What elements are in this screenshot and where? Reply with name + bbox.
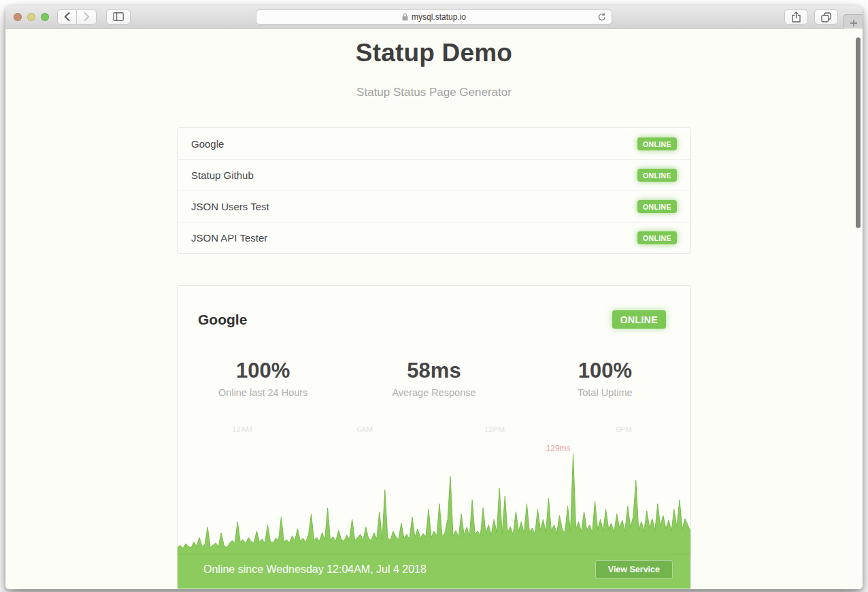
chevron-right-icon	[84, 12, 90, 21]
detail-header: Google ONLINE	[178, 286, 690, 329]
browser-window: mysql.statup.io Stat	[5, 5, 863, 589]
refresh-icon[interactable]	[597, 12, 607, 22]
minimize-window-button[interactable]	[27, 13, 35, 21]
detail-service-name: Google	[198, 312, 247, 328]
stat-online-24h: 100% Online last 24 Hours	[178, 359, 348, 398]
services-list: Google ONLINE Statup Github ONLINE JSON …	[177, 127, 691, 254]
address-bar[interactable]: mysql.statup.io	[256, 10, 612, 24]
lock-icon	[402, 13, 408, 21]
sidebar-toggle-button[interactable]	[106, 10, 131, 24]
scrollbar[interactable]	[856, 37, 861, 228]
x-tick-6am: 6AM	[356, 425, 373, 433]
stat-value: 100%	[520, 359, 690, 383]
forward-button[interactable]	[77, 10, 97, 24]
toolbar-right-buttons	[784, 10, 838, 24]
stat-value: 58ms	[348, 359, 519, 383]
service-row-google[interactable]: Google ONLINE	[178, 128, 690, 159]
chevron-left-icon	[64, 12, 70, 21]
status-badge: ONLINE	[637, 169, 677, 182]
service-row-json-api-tester[interactable]: JSON API Tester ONLINE	[178, 222, 690, 253]
close-window-button[interactable]	[14, 13, 22, 21]
x-tick-6pm: 6PM	[616, 425, 632, 433]
x-tick-12am: 12AM	[232, 425, 252, 433]
page-subtitle: Statup Status Page Generator	[177, 86, 691, 99]
online-since-text: Online since Wednesday 12:04AM, Jul 4 20…	[203, 563, 427, 576]
chart-area-svg	[178, 453, 690, 555]
browser-toolbar: mysql.statup.io	[5, 5, 863, 29]
service-row-json-users-test[interactable]: JSON Users Test ONLINE	[178, 191, 690, 222]
plus-icon	[850, 19, 858, 27]
page-title: Statup Demo	[177, 39, 691, 67]
stat-label: Total Uptime	[520, 387, 690, 398]
share-icon	[792, 12, 801, 22]
tabs-icon	[821, 12, 831, 22]
detail-status-badge: ONLINE	[612, 310, 666, 329]
status-badge: ONLINE	[637, 231, 677, 244]
page-viewport: Statup Demo Statup Status Page Generator…	[5, 29, 863, 589]
service-row-statup-github[interactable]: Statup Github ONLINE	[178, 159, 690, 191]
stat-label: Online last 24 Hours	[178, 387, 348, 398]
stat-total-uptime: 100% Total Uptime	[520, 359, 690, 398]
service-name: Statup Github	[191, 169, 254, 181]
service-name: JSON API Tester	[191, 232, 267, 244]
zoom-window-button[interactable]	[41, 13, 49, 21]
tab-overview-button[interactable]	[814, 10, 838, 24]
sidebar-icon	[113, 12, 124, 21]
service-stats: 100% Online last 24 Hours 58ms Average R…	[178, 359, 690, 398]
nav-buttons	[57, 10, 97, 24]
detail-footer: Online since Wednesday 12:04AM, Jul 4 20…	[178, 555, 690, 589]
service-detail-card: Google ONLINE 100% Online last 24 Hours …	[177, 285, 691, 589]
max-response-annotation: 129ms	[546, 444, 571, 453]
stat-label: Average Response	[348, 387, 519, 398]
back-button[interactable]	[57, 10, 77, 24]
stat-value: 100%	[178, 359, 348, 383]
response-time-chart: 12AM 6AM 12PM 6PM 129ms	[178, 425, 690, 555]
url-text: mysql.statup.io	[412, 12, 466, 22]
service-name: Google	[191, 138, 224, 150]
status-badge: ONLINE	[637, 200, 677, 213]
share-button[interactable]	[784, 10, 808, 24]
view-service-button[interactable]: View Service	[595, 560, 673, 579]
stat-average-response: 58ms Average Response	[348, 359, 519, 398]
traffic-lights	[14, 13, 49, 21]
service-name: JSON Users Test	[191, 201, 269, 212]
x-tick-12pm: 12PM	[484, 425, 505, 433]
status-badge: ONLINE	[637, 137, 677, 150]
